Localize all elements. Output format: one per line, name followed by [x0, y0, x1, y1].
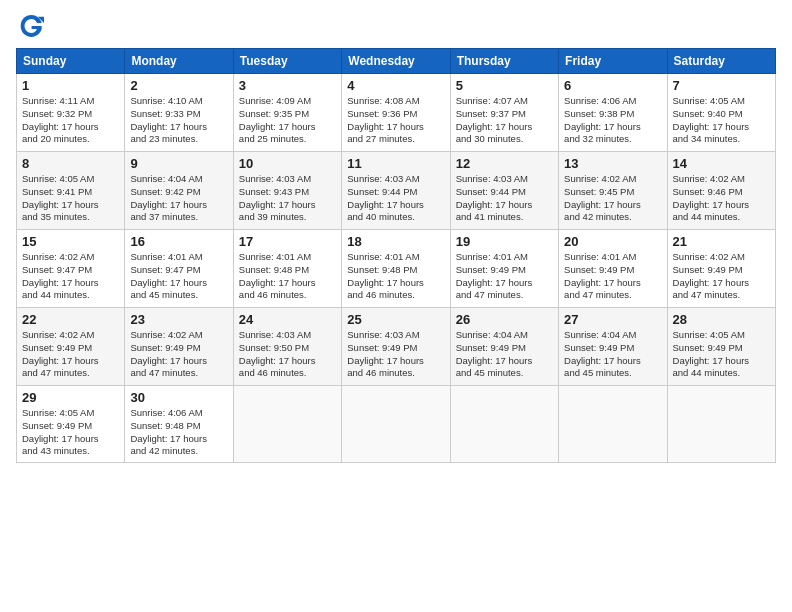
- day-number: 3: [239, 78, 336, 93]
- day-number: 29: [22, 390, 119, 405]
- day-info: Sunrise: 4:06 AM Sunset: 9:48 PM Dayligh…: [130, 407, 227, 458]
- weekday-thursday: Thursday: [450, 49, 558, 74]
- day-cell: 23Sunrise: 4:02 AM Sunset: 9:49 PM Dayli…: [125, 308, 233, 386]
- header: [16, 12, 776, 40]
- day-cell: 7Sunrise: 4:05 AM Sunset: 9:40 PM Daylig…: [667, 74, 775, 152]
- day-number: 21: [673, 234, 770, 249]
- day-info: Sunrise: 4:02 AM Sunset: 9:46 PM Dayligh…: [673, 173, 770, 224]
- day-info: Sunrise: 4:10 AM Sunset: 9:33 PM Dayligh…: [130, 95, 227, 146]
- day-info: Sunrise: 4:01 AM Sunset: 9:47 PM Dayligh…: [130, 251, 227, 302]
- day-info: Sunrise: 4:01 AM Sunset: 9:48 PM Dayligh…: [239, 251, 336, 302]
- day-number: 23: [130, 312, 227, 327]
- day-number: 4: [347, 78, 444, 93]
- day-info: Sunrise: 4:03 AM Sunset: 9:50 PM Dayligh…: [239, 329, 336, 380]
- day-cell: [342, 386, 450, 463]
- day-cell: 30Sunrise: 4:06 AM Sunset: 9:48 PM Dayli…: [125, 386, 233, 463]
- day-info: Sunrise: 4:05 AM Sunset: 9:41 PM Dayligh…: [22, 173, 119, 224]
- day-cell: 1Sunrise: 4:11 AM Sunset: 9:32 PM Daylig…: [17, 74, 125, 152]
- day-cell: 13Sunrise: 4:02 AM Sunset: 9:45 PM Dayli…: [559, 152, 667, 230]
- week-row-2: 8Sunrise: 4:05 AM Sunset: 9:41 PM Daylig…: [17, 152, 776, 230]
- day-number: 6: [564, 78, 661, 93]
- day-cell: 27Sunrise: 4:04 AM Sunset: 9:49 PM Dayli…: [559, 308, 667, 386]
- day-number: 10: [239, 156, 336, 171]
- day-cell: 11Sunrise: 4:03 AM Sunset: 9:44 PM Dayli…: [342, 152, 450, 230]
- day-info: Sunrise: 4:02 AM Sunset: 9:49 PM Dayligh…: [673, 251, 770, 302]
- day-info: Sunrise: 4:11 AM Sunset: 9:32 PM Dayligh…: [22, 95, 119, 146]
- day-info: Sunrise: 4:06 AM Sunset: 9:38 PM Dayligh…: [564, 95, 661, 146]
- day-number: 1: [22, 78, 119, 93]
- day-cell: 22Sunrise: 4:02 AM Sunset: 9:49 PM Dayli…: [17, 308, 125, 386]
- day-number: 14: [673, 156, 770, 171]
- day-info: Sunrise: 4:03 AM Sunset: 9:49 PM Dayligh…: [347, 329, 444, 380]
- day-info: Sunrise: 4:02 AM Sunset: 9:47 PM Dayligh…: [22, 251, 119, 302]
- day-info: Sunrise: 4:03 AM Sunset: 9:44 PM Dayligh…: [456, 173, 553, 224]
- day-cell: 24Sunrise: 4:03 AM Sunset: 9:50 PM Dayli…: [233, 308, 341, 386]
- day-cell: 29Sunrise: 4:05 AM Sunset: 9:49 PM Dayli…: [17, 386, 125, 463]
- day-number: 2: [130, 78, 227, 93]
- weekday-sunday: Sunday: [17, 49, 125, 74]
- page: SundayMondayTuesdayWednesdayThursdayFrid…: [0, 0, 792, 612]
- weekday-tuesday: Tuesday: [233, 49, 341, 74]
- day-info: Sunrise: 4:02 AM Sunset: 9:49 PM Dayligh…: [130, 329, 227, 380]
- day-cell: [667, 386, 775, 463]
- day-info: Sunrise: 4:05 AM Sunset: 9:49 PM Dayligh…: [673, 329, 770, 380]
- day-cell: 16Sunrise: 4:01 AM Sunset: 9:47 PM Dayli…: [125, 230, 233, 308]
- day-number: 12: [456, 156, 553, 171]
- day-number: 26: [456, 312, 553, 327]
- day-info: Sunrise: 4:03 AM Sunset: 9:43 PM Dayligh…: [239, 173, 336, 224]
- logo-icon: [16, 12, 44, 40]
- day-number: 18: [347, 234, 444, 249]
- day-info: Sunrise: 4:04 AM Sunset: 9:49 PM Dayligh…: [564, 329, 661, 380]
- calendar: SundayMondayTuesdayWednesdayThursdayFrid…: [16, 48, 776, 463]
- day-cell: 26Sunrise: 4:04 AM Sunset: 9:49 PM Dayli…: [450, 308, 558, 386]
- day-cell: 15Sunrise: 4:02 AM Sunset: 9:47 PM Dayli…: [17, 230, 125, 308]
- day-cell: 10Sunrise: 4:03 AM Sunset: 9:43 PM Dayli…: [233, 152, 341, 230]
- logo: [16, 12, 48, 40]
- day-cell: 9Sunrise: 4:04 AM Sunset: 9:42 PM Daylig…: [125, 152, 233, 230]
- day-info: Sunrise: 4:05 AM Sunset: 9:40 PM Dayligh…: [673, 95, 770, 146]
- day-number: 28: [673, 312, 770, 327]
- day-number: 27: [564, 312, 661, 327]
- day-number: 8: [22, 156, 119, 171]
- weekday-wednesday: Wednesday: [342, 49, 450, 74]
- day-cell: 3Sunrise: 4:09 AM Sunset: 9:35 PM Daylig…: [233, 74, 341, 152]
- day-number: 24: [239, 312, 336, 327]
- day-cell: [450, 386, 558, 463]
- day-cell: [559, 386, 667, 463]
- weekday-saturday: Saturday: [667, 49, 775, 74]
- day-number: 7: [673, 78, 770, 93]
- day-info: Sunrise: 4:07 AM Sunset: 9:37 PM Dayligh…: [456, 95, 553, 146]
- day-cell: 25Sunrise: 4:03 AM Sunset: 9:49 PM Dayli…: [342, 308, 450, 386]
- day-info: Sunrise: 4:01 AM Sunset: 9:49 PM Dayligh…: [564, 251, 661, 302]
- weekday-monday: Monday: [125, 49, 233, 74]
- day-number: 20: [564, 234, 661, 249]
- day-number: 5: [456, 78, 553, 93]
- day-cell: 21Sunrise: 4:02 AM Sunset: 9:49 PM Dayli…: [667, 230, 775, 308]
- week-row-3: 15Sunrise: 4:02 AM Sunset: 9:47 PM Dayli…: [17, 230, 776, 308]
- day-info: Sunrise: 4:04 AM Sunset: 9:49 PM Dayligh…: [456, 329, 553, 380]
- weekday-header-row: SundayMondayTuesdayWednesdayThursdayFrid…: [17, 49, 776, 74]
- day-number: 17: [239, 234, 336, 249]
- day-info: Sunrise: 4:09 AM Sunset: 9:35 PM Dayligh…: [239, 95, 336, 146]
- day-cell: 18Sunrise: 4:01 AM Sunset: 9:48 PM Dayli…: [342, 230, 450, 308]
- day-cell: 19Sunrise: 4:01 AM Sunset: 9:49 PM Dayli…: [450, 230, 558, 308]
- day-info: Sunrise: 4:01 AM Sunset: 9:48 PM Dayligh…: [347, 251, 444, 302]
- day-number: 15: [22, 234, 119, 249]
- day-number: 30: [130, 390, 227, 405]
- day-number: 9: [130, 156, 227, 171]
- day-info: Sunrise: 4:04 AM Sunset: 9:42 PM Dayligh…: [130, 173, 227, 224]
- day-info: Sunrise: 4:05 AM Sunset: 9:49 PM Dayligh…: [22, 407, 119, 458]
- day-cell: 5Sunrise: 4:07 AM Sunset: 9:37 PM Daylig…: [450, 74, 558, 152]
- day-cell: 2Sunrise: 4:10 AM Sunset: 9:33 PM Daylig…: [125, 74, 233, 152]
- day-cell: 8Sunrise: 4:05 AM Sunset: 9:41 PM Daylig…: [17, 152, 125, 230]
- day-cell: 12Sunrise: 4:03 AM Sunset: 9:44 PM Dayli…: [450, 152, 558, 230]
- day-info: Sunrise: 4:03 AM Sunset: 9:44 PM Dayligh…: [347, 173, 444, 224]
- day-info: Sunrise: 4:02 AM Sunset: 9:45 PM Dayligh…: [564, 173, 661, 224]
- day-number: 16: [130, 234, 227, 249]
- day-number: 13: [564, 156, 661, 171]
- day-number: 22: [22, 312, 119, 327]
- day-cell: 20Sunrise: 4:01 AM Sunset: 9:49 PM Dayli…: [559, 230, 667, 308]
- day-cell: 6Sunrise: 4:06 AM Sunset: 9:38 PM Daylig…: [559, 74, 667, 152]
- day-info: Sunrise: 4:01 AM Sunset: 9:49 PM Dayligh…: [456, 251, 553, 302]
- week-row-5: 29Sunrise: 4:05 AM Sunset: 9:49 PM Dayli…: [17, 386, 776, 463]
